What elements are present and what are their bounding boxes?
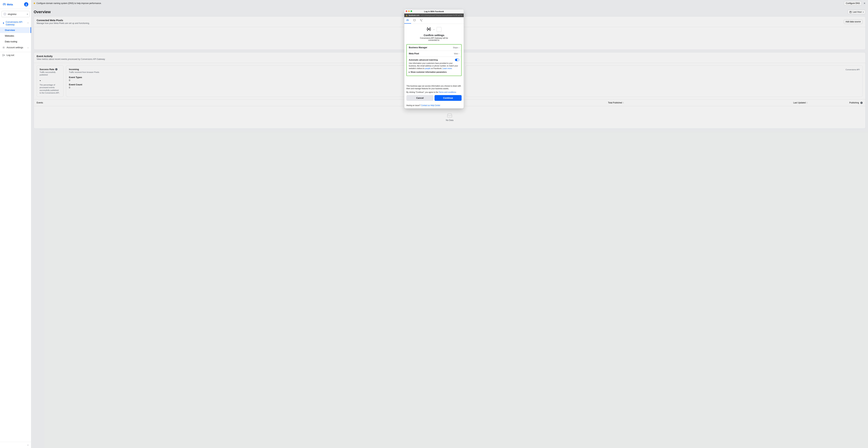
popup-tab-messenger[interactable]	[411, 17, 418, 24]
popup-tab-meta[interactable]	[404, 17, 411, 24]
meta-icon	[406, 19, 409, 22]
aam-description: Use information your customers have prov…	[409, 62, 459, 70]
learn-more-link[interactable]: Learn more	[442, 67, 452, 69]
meta-pixel-row[interactable]: Meta Pixel Web›	[407, 51, 461, 57]
people-link[interactable]: people	[425, 67, 431, 69]
modal-overlay: Log in With Facebook 🔒 facebook.com/v15.…	[0, 0, 868, 448]
confirm-heading: Confirm settings	[418, 34, 450, 37]
chevron-right-icon: ›	[459, 53, 459, 55]
svg-rect-3	[413, 20, 415, 21]
agree-text: By clicking "Continue", you agree to the	[406, 91, 439, 93]
url-bar: 🔒 facebook.com/v15.0/dialog/oauth?displa…	[404, 13, 464, 17]
continue-button[interactable]: Continue	[435, 95, 462, 101]
network-icon	[427, 27, 431, 32]
close-window-icon[interactable]	[406, 10, 407, 12]
aam-block: Automatic advanced matching Use informat…	[407, 57, 461, 76]
access-disclaimer: This business app can access information…	[406, 85, 462, 90]
url-path: /v15.0/dialog/oauth?display=popup&state=…	[421, 14, 462, 16]
meta-pixel-label: Meta Pixel	[409, 53, 419, 55]
aam-toggle[interactable]	[455, 59, 459, 61]
tools-icon	[420, 19, 423, 22]
confirm-subheading: Conversions API Gateway will be connecte…	[418, 37, 450, 41]
terms-link[interactable]: Terms and conditions	[439, 91, 456, 93]
popup-body: → Confirm settings Conversions API Gatew…	[404, 24, 464, 43]
arrow-right-icon: →	[433, 28, 435, 31]
chevron-right-icon: ›	[459, 47, 459, 49]
messenger-icon	[413, 19, 416, 22]
business-manager-row[interactable]: Business Manager Stape›	[407, 44, 461, 51]
popup-titlebar: Log in With Facebook	[404, 9, 464, 13]
connection-graphic: →	[418, 27, 450, 32]
aam-title: Automatic advanced matching	[409, 59, 438, 61]
minimize-window-icon[interactable]	[408, 10, 410, 12]
popup-help-row: Having an issue? Contact us Help Center	[404, 103, 464, 108]
settings-highlight-box: Business Manager Stape› Meta Pixel Web› …	[406, 44, 462, 76]
business-manager-value: Stape	[453, 46, 458, 49]
help-center-link[interactable]: Help Center	[431, 104, 440, 106]
maximize-window-icon[interactable]	[410, 10, 412, 12]
show-params-toggle[interactable]: ▸ Show customer information parameters	[409, 71, 459, 73]
caret-right-icon: ▸	[409, 71, 410, 73]
facebook-login-popup: Log in With Facebook 🔒 facebook.com/v15.…	[404, 9, 464, 108]
issue-text: Having an issue?	[406, 104, 421, 106]
meta-pixel-value: Web	[454, 53, 458, 55]
url-domain: facebook.com	[409, 14, 420, 16]
popup-tabs	[404, 17, 464, 24]
business-manager-label: Business Manager	[409, 46, 427, 49]
popup-tab-settings[interactable]	[418, 17, 425, 24]
lock-icon: 🔒	[406, 14, 408, 16]
cancel-button[interactable]: Cancel	[406, 95, 433, 101]
window-controls	[406, 10, 412, 12]
app-placeholder-icon	[437, 27, 441, 32]
popup-footer: This business app can access information…	[404, 76, 464, 103]
popup-window-title: Log in With Facebook	[424, 10, 444, 12]
contact-us-link[interactable]: Contact us	[421, 104, 430, 106]
